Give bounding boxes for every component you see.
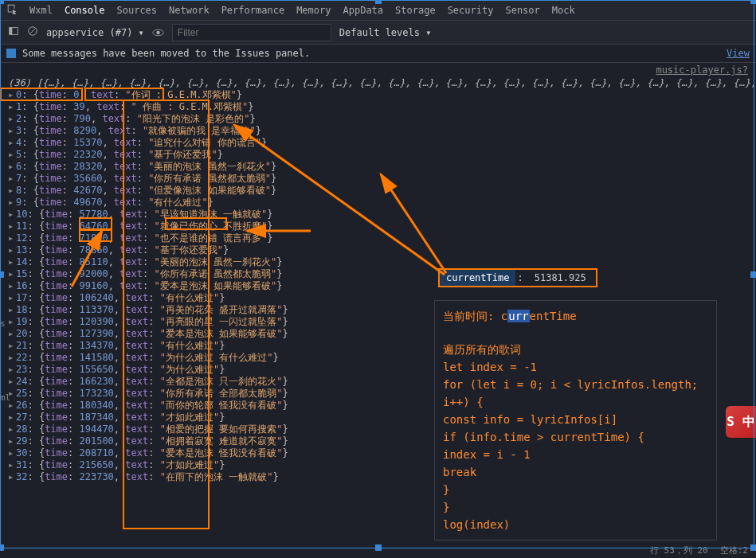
anno-box-vertical — [123, 100, 210, 529]
ime-badge: S 中 — [726, 406, 756, 438]
svg-point-5 — [156, 30, 160, 34]
log-level-select[interactable]: Default levels ▾ — [339, 27, 432, 38]
expand-icon: ▸ — [8, 161, 16, 173]
expand-icon: ▸ — [8, 423, 16, 435]
tab-security[interactable]: Security — [448, 5, 494, 16]
expand-icon: ▸ — [8, 149, 16, 161]
lyric-row[interactable]: ▸4: {time: 15370, text: "追究什么对错 你的谎言"} — [8, 137, 748, 149]
tab-wxml[interactable]: Wxml — [29, 5, 53, 16]
expand-icon: ▸ — [8, 197, 16, 209]
anno-box-1 — [0, 88, 83, 101]
expand-icon: ▸ — [8, 185, 16, 197]
source-file-link[interactable]: music-player.js? — [0, 63, 756, 76]
lyric-row[interactable]: ▸11: {time: 64760, text: "就像已伤的心 不胜折磨"} — [8, 220, 748, 232]
anno-box-time-10 — [79, 229, 112, 242]
svg-rect-1 — [10, 28, 13, 35]
lyric-row[interactable]: ▸10: {time: 57780, text: "早该知道泡沫 一触就破"} — [8, 209, 748, 220]
tab-appdata[interactable]: AppData — [343, 5, 383, 16]
current-time-value: 51381.925 — [525, 270, 596, 286]
lyric-row[interactable]: ▸12: {time: 71890, text: "也不是谁的错 谎言再多"} — [8, 232, 748, 244]
lyric-row[interactable]: ▸3: {time: 8290, text: "就像被骗的我 是幸福的"} — [8, 125, 748, 137]
expand-icon: ▸ — [8, 459, 16, 471]
expand-icon: ▸ — [8, 137, 16, 149]
issues-view-link[interactable]: View — [727, 48, 750, 59]
svg-line-3 — [30, 29, 36, 34]
lyric-row[interactable]: ▸13: {time: 78860, text: "基于你还爱我"} — [8, 244, 748, 256]
left-edge: s ml — [0, 318, 14, 403]
lyric-row[interactable]: ▸16: {time: 99160, text: "爱本是泡沫 如果能够看破"} — [8, 280, 748, 292]
expand-icon: ▸ — [8, 220, 16, 232]
expand-icon: ▸ — [8, 471, 16, 483]
lyric-row[interactable]: ▸8: {time: 42670, text: "但爱像泡沫 如果能够看破"} — [8, 185, 748, 197]
current-time-tooltip: currentTime : 51381.925 — [438, 268, 597, 287]
expand-icon: ▸ — [8, 412, 16, 423]
tab-network[interactable]: Network — [169, 5, 210, 16]
lyric-row[interactable]: ▸14: {time: 85110, text: "美丽的泡沫 虽然一刹花火"} — [8, 256, 748, 268]
lyric-row[interactable]: ▸9: {time: 49670, text: "有什么难过"} — [8, 197, 748, 209]
lyric-row[interactable]: ▸5: {time: 22320, text: "基于你还爱我"} — [8, 149, 748, 161]
console-filter-input[interactable] — [172, 24, 331, 41]
expand-icon: ▸ — [8, 113, 16, 125]
tab-mock[interactable]: Mock — [552, 5, 575, 16]
expand-icon: ▸ — [8, 447, 16, 459]
tab-memory[interactable]: Memory — [296, 5, 331, 16]
expand-icon: ▸ — [8, 435, 16, 447]
expand-icon: ▸ — [8, 268, 16, 280]
lyric-row[interactable]: ▸2: {time: 790, text: "阳光下的泡沫 是彩色的"} — [8, 113, 748, 125]
expand-icon: ▸ — [8, 125, 16, 137]
devtools-tab-bar: Wxml Console Sources Network Performance… — [0, 0, 756, 21]
lyric-row[interactable]: ▸1: {time: 39, text: " 作曲 : G.E.M.邓紫棋"} — [8, 101, 748, 113]
lyric-row[interactable]: ▸15: {time: 92000, text: "你所有承诺 虽然都太脆弱"} — [8, 268, 748, 280]
issues-msg: Some messages have been moved to the Iss… — [22, 48, 310, 59]
expand-icon: ▸ — [8, 173, 16, 185]
expand-icon: ▸ — [8, 209, 16, 220]
expand-icon: ▸ — [8, 292, 16, 304]
status-bar: 行 53，列 20 空格:2 — [642, 543, 756, 558]
anno-box-text-9 — [165, 217, 227, 230]
tab-sensor[interactable]: Sensor — [505, 5, 539, 16]
tab-storage[interactable]: Storage — [395, 5, 436, 16]
tab-sources[interactable]: Sources — [116, 5, 157, 16]
lyric-row[interactable]: ▸7: {time: 35660, text: "你所有承诺 虽然都太脆弱"} — [8, 173, 748, 185]
info-icon — [6, 49, 16, 58]
console-sidebar-icon[interactable] — [8, 25, 19, 39]
expand-icon: ▸ — [8, 244, 16, 256]
console-subbar: appservice (#7) ▾ Default levels ▾ — [0, 21, 756, 45]
tab-console[interactable]: Console — [65, 5, 105, 16]
expand-icon: ▸ — [8, 232, 16, 244]
lyric-row[interactable]: ▸6: {time: 28320, text: "美丽的泡沫 虽然一刹花火"} — [8, 161, 748, 173]
anno-box-time-9 — [79, 217, 112, 230]
tab-performance[interactable]: Performance — [221, 5, 284, 16]
inspect-icon[interactable] — [6, 3, 18, 17]
context-selector[interactable]: appservice (#7) ▾ — [46, 27, 144, 38]
expand-icon: ▸ — [8, 256, 16, 268]
expand-icon: ▸ — [8, 280, 16, 292]
expand-icon: ▸ — [8, 101, 16, 113]
issues-info-bar: Some messages have been moved to the Iss… — [0, 45, 756, 63]
pseudocode-panel: 当前时间: currentTime 遍历所有的歌词 let index = -1… — [434, 300, 717, 540]
create-live-expr-icon[interactable] — [152, 26, 164, 39]
expand-icon: ▸ — [8, 304, 16, 316]
clear-console-icon[interactable] — [27, 25, 38, 39]
